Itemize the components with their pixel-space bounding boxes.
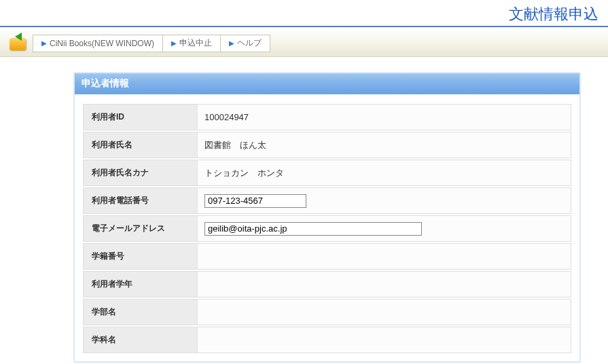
label-student-no: 学籍番号 xyxy=(83,243,197,270)
row-user-kana: 利用者氏名カナ トショカン ホンタ xyxy=(83,158,571,186)
card-header: 申込者情報 xyxy=(75,73,579,94)
label-grade: 利用者学年 xyxy=(83,271,197,297)
label-phone: 利用者電話番号 xyxy=(83,187,197,214)
label-faculty: 学部名 xyxy=(83,299,197,325)
row-student-no: 学籍番号 xyxy=(83,242,571,270)
header-bar: 文献情報申込 xyxy=(0,0,608,27)
package-return-icon xyxy=(8,34,30,53)
value-faculty xyxy=(197,299,571,325)
email-input[interactable] xyxy=(204,222,422,236)
label-user-id: 利用者ID xyxy=(83,104,197,130)
value-email xyxy=(197,215,571,242)
row-user-name: 利用者氏名 図書館 ほん太 xyxy=(83,130,571,158)
bullet-icon: ▶ xyxy=(41,39,47,47)
row-department: 学科名 xyxy=(83,325,571,353)
value-user-kana: トショカン ホンタ xyxy=(197,160,571,186)
label-department: 学科名 xyxy=(83,327,197,353)
toolbar-tab-label: CiNii Books(NEW WINDOW) xyxy=(50,39,154,48)
value-phone xyxy=(197,187,571,214)
bullet-icon: ▶ xyxy=(229,39,234,47)
phone-input[interactable] xyxy=(204,194,306,208)
card-body: 利用者ID 100024947 利用者氏名 図書館 ほん太 利用者氏名カナ トシ… xyxy=(75,94,579,361)
toolbar-tab-cancel[interactable]: ▶ 申込中止 xyxy=(163,35,221,52)
row-email: 電子メールアドレス xyxy=(83,214,571,242)
value-department xyxy=(197,327,571,353)
label-user-kana: 利用者氏名カナ xyxy=(83,160,197,186)
toolbar: ▶ CiNii Books(NEW WINDOW) ▶ 申込中止 ▶ ヘルプ xyxy=(0,30,608,57)
toolbar-tab-cinii[interactable]: ▶ CiNii Books(NEW WINDOW) xyxy=(33,35,163,52)
toolbar-tab-label: 申込中止 xyxy=(179,37,212,49)
label-email: 電子メールアドレス xyxy=(83,215,197,242)
label-user-name: 利用者氏名 xyxy=(83,132,197,158)
bullet-icon: ▶ xyxy=(171,39,177,47)
row-phone: 利用者電話番号 xyxy=(83,186,571,214)
value-user-name: 図書館 ほん太 xyxy=(197,132,571,158)
value-grade xyxy=(197,271,571,297)
value-user-id: 100024947 xyxy=(197,104,571,130)
toolbar-tabs: ▶ CiNii Books(NEW WINDOW) ▶ 申込中止 ▶ ヘルプ xyxy=(33,35,270,52)
toolbar-tab-label: ヘルプ xyxy=(237,37,262,49)
row-user-id: 利用者ID 100024947 xyxy=(83,103,571,130)
page-title: 文献情報申込 xyxy=(509,4,598,24)
row-grade: 利用者学年 xyxy=(83,270,571,297)
applicant-info-card: 申込者情報 利用者ID 100024947 利用者氏名 図書館 ほん太 利用者氏… xyxy=(73,72,581,363)
toolbar-tab-help[interactable]: ▶ ヘルプ xyxy=(221,35,270,52)
value-student-no xyxy=(197,243,571,270)
row-faculty: 学部名 xyxy=(83,297,571,325)
